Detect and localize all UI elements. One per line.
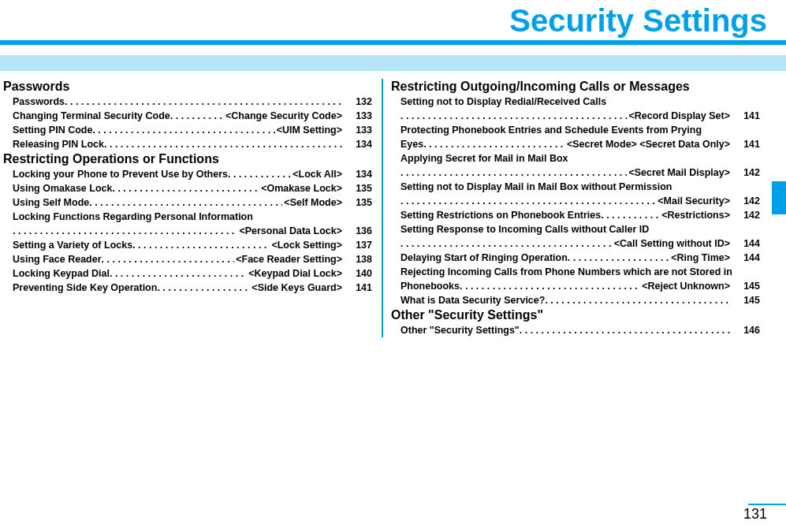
- toc-label: Setting PIN Code: [13, 123, 92, 137]
- toc-menu: <Face Reader Setting>: [234, 252, 342, 266]
- toc-menu: <Record Display Set>: [627, 109, 730, 123]
- toc-entry: <Record Display Set>141: [391, 109, 760, 123]
- toc-menu: <Reject Unknown>: [640, 279, 730, 293]
- toc-page: 141: [730, 137, 760, 151]
- toc-label: Changing Terminal Security Code: [13, 109, 170, 123]
- section-heading: Restricting Operations or Functions: [3, 151, 372, 167]
- toc-leader: [102, 252, 235, 266]
- toc-content: PasswordsPasswords132Changing Terminal S…: [0, 79, 786, 337]
- toc-page: 146: [730, 323, 760, 337]
- toc-entry: Changing Terminal Security Code<Change S…: [3, 109, 372, 123]
- toc-entry: Locking Keypad Dial<Keypad Dial Lock>140: [3, 266, 372, 281]
- toc-page: 141: [730, 109, 760, 123]
- toc-menu: <Call Setting without ID>: [613, 236, 730, 251]
- toc-page: 137: [342, 238, 372, 252]
- title-bar: Security Settings: [0, 3, 786, 41]
- toc-entry: Delaying Start of Ringing Operation<Ring…: [391, 251, 760, 265]
- toc-entry: <Personal Data Lock>136: [3, 224, 372, 238]
- toc-leader: [170, 109, 224, 123]
- toc-entry: Locking your Phone to Prevent Use by Oth…: [3, 167, 372, 181]
- page-number: 131: [743, 506, 767, 523]
- toc-entry-label: Protecting Phonebook Entries and Schedul…: [391, 123, 760, 137]
- toc-entry: Setting a Variety of Locks<Lock Setting>…: [3, 238, 372, 252]
- toc-label: Locking Keypad Dial: [13, 266, 110, 281]
- toc-label: Delaying Start of Ringing Operation: [400, 251, 568, 265]
- toc-entry: What is Data Security Service?145: [391, 293, 760, 307]
- toc-page: 132: [342, 95, 372, 109]
- toc-leader: [104, 137, 342, 151]
- toc-entry: Using Self Mode<Self Mode>135: [3, 195, 372, 210]
- toc-page: 141: [342, 281, 372, 295]
- toc-leader: [89, 195, 282, 210]
- toc-menu: <Omakase Lock>: [259, 181, 342, 195]
- toc-leader: [400, 236, 613, 251]
- toc-page: 145: [730, 293, 760, 307]
- toc-entry: Passwords132: [3, 95, 372, 109]
- toc-leader: [568, 251, 669, 265]
- toc-page: 134: [342, 167, 372, 181]
- toc-page: 142: [730, 166, 760, 180]
- toc-entry: Eyes<Secret Mode> <Secret Data Only>141: [391, 137, 760, 151]
- toc-menu: <Keypad Dial Lock>: [247, 266, 342, 281]
- toc-label: Using Self Mode: [13, 195, 89, 210]
- toc-leader: [157, 281, 250, 295]
- toc-leader: [92, 123, 274, 137]
- toc-label-tail: Phonebooks: [400, 279, 460, 293]
- toc-menu: <Self Mode>: [282, 195, 342, 210]
- toc-leader: [13, 224, 237, 238]
- toc-page: 144: [730, 251, 760, 265]
- toc-page: 135: [342, 195, 372, 210]
- toc-leader: [400, 166, 627, 180]
- toc-page: 135: [342, 181, 372, 195]
- toc-menu: <Personal Data Lock>: [237, 224, 342, 238]
- toc-label: Locking your Phone to Prevent Use by Oth…: [13, 167, 228, 181]
- toc-entry-label: Rejecting Incoming Calls from Phone Numb…: [391, 265, 760, 279]
- section-heading: Other "Security Settings": [391, 307, 760, 323]
- toc-label: Setting a Variety of Locks: [13, 238, 132, 252]
- toc-label: Passwords: [13, 95, 65, 109]
- toc-entry: Other "Security Settings"146: [391, 323, 760, 337]
- toc-leader: [400, 109, 627, 123]
- toc-page: 138: [342, 252, 372, 266]
- toc-left-column: PasswordsPasswords132Changing Terminal S…: [3, 79, 382, 337]
- toc-entry: <Mail Security>142: [391, 194, 760, 208]
- section-heading: Restricting Outgoing/Incoming Calls or M…: [391, 79, 760, 95]
- toc-page: 133: [342, 123, 372, 137]
- toc-menu: <Side Keys Guard>: [250, 281, 342, 295]
- toc-menu: <Mail Security>: [656, 194, 730, 208]
- toc-label: Using Face Reader: [13, 252, 102, 266]
- toc-entry: <Call Setting without ID>144: [391, 236, 760, 251]
- toc-entry: Using Face Reader<Face Reader Setting>13…: [3, 252, 372, 266]
- toc-leader: [65, 95, 342, 109]
- toc-page: 144: [730, 236, 760, 251]
- header-strip: [0, 55, 786, 71]
- toc-entry: Setting Restrictions on Phonebook Entrie…: [391, 208, 760, 222]
- toc-label: Preventing Side Key Operation: [13, 281, 157, 295]
- toc-menu: <Change Security Code>: [224, 109, 342, 123]
- title-underline: [0, 40, 786, 45]
- toc-label-tail: Eyes: [400, 137, 423, 151]
- toc-entry: Preventing Side Key Operation<Side Keys …: [3, 281, 372, 295]
- toc-page: 142: [730, 194, 760, 208]
- toc-leader: [545, 293, 730, 307]
- toc-entry-label: Setting not to Display Redial/Received C…: [391, 95, 760, 109]
- toc-label: Other "Security Settings": [400, 323, 520, 337]
- toc-menu: <Restrictions>: [660, 208, 730, 222]
- section-heading: Passwords: [3, 79, 372, 95]
- toc-leader: [112, 181, 259, 195]
- toc-page: 140: [342, 266, 372, 281]
- toc-label: Setting Restrictions on Phonebook Entrie…: [400, 208, 601, 222]
- toc-entry-label: Applying Secret for Mail in Mail Box: [391, 151, 760, 166]
- toc-menu: <Secret Mode> <Secret Data Only>: [565, 137, 730, 151]
- toc-page: 145: [730, 279, 760, 293]
- toc-label: Releasing PIN Lock: [13, 137, 104, 151]
- toc-menu: <UIM Setting>: [275, 123, 342, 137]
- toc-entry: Releasing PIN Lock134: [3, 137, 372, 151]
- toc-entry: Setting PIN Code<UIM Setting>133: [3, 123, 372, 137]
- toc-leader: [110, 266, 247, 281]
- toc-leader: [520, 323, 730, 337]
- toc-entry: Phonebooks<Reject Unknown>145: [391, 279, 760, 293]
- toc-entry: Using Omakase Lock<Omakase Lock>135: [3, 181, 372, 195]
- toc-leader: [132, 238, 270, 252]
- toc-menu: <Secret Mail Display>: [627, 166, 730, 180]
